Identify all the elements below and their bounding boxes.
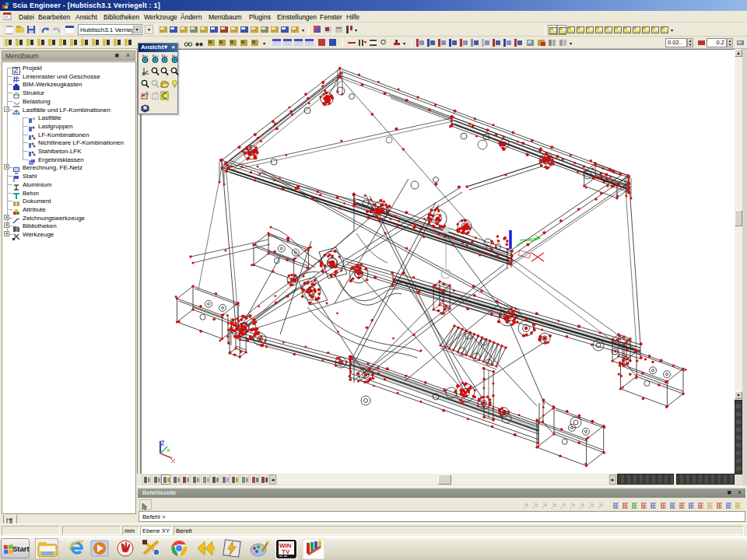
svg-text:TV: TV bbox=[282, 548, 290, 555]
